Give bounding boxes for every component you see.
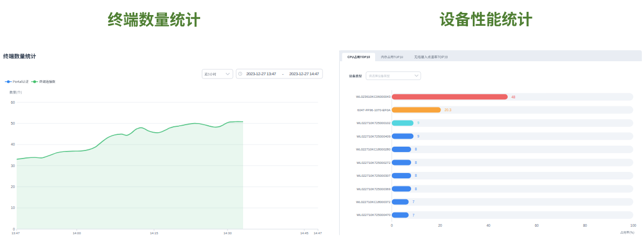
svg-text:WL022710KC18000372: WL022710KC18000372: [356, 200, 391, 204]
svg-text:WL023610KC06000043: WL023610KC06000043: [356, 95, 391, 98]
svg-text:14:45: 14:45: [300, 232, 309, 235]
svg-text:14:15: 14:15: [150, 232, 158, 235]
svg-text:30: 30: [11, 164, 15, 168]
svg-text:8: 8: [415, 187, 417, 191]
svg-text:2023-12-27 14:47: 2023-12-27 14:47: [289, 71, 319, 76]
svg-text:13:47: 13:47: [11, 232, 20, 235]
svg-text:40: 40: [486, 224, 491, 227]
svg-text:20.3: 20.3: [444, 108, 451, 112]
svg-text:7: 7: [413, 213, 415, 217]
svg-text:7: 7: [413, 200, 415, 204]
svg-text:14:30: 14:30: [223, 232, 232, 235]
svg-text:6047-FF96-1070-EF0A: 6047-FF96-1070-EF0A: [357, 109, 391, 112]
svg-text:10: 10: [11, 206, 15, 210]
svg-text:50: 50: [11, 121, 15, 125]
svg-text:WL022710K725000470: WL022710K725000470: [356, 213, 391, 217]
svg-text:2023-12-27 13:47: 2023-12-27 13:47: [246, 71, 276, 76]
svg-text:WL022710KC18000280: WL022710KC18000280: [356, 148, 391, 151]
svg-text:WL022710K725000307: WL022710K725000307: [356, 174, 391, 177]
svg-text:8: 8: [415, 147, 417, 151]
svg-text:20: 20: [11, 185, 15, 189]
svg-text:60: 60: [535, 224, 539, 227]
svg-text:40: 40: [11, 142, 15, 146]
svg-text:8: 8: [415, 174, 417, 177]
svg-text:WL022710K725000409: WL022710K725000409: [356, 135, 391, 138]
svg-text:48: 48: [511, 95, 516, 99]
svg-text:WL022710K725000102: WL022710K725000102: [356, 121, 391, 125]
svg-text:9: 9: [418, 134, 420, 138]
svg-text:100: 100: [631, 224, 636, 227]
svg-text:60: 60: [11, 100, 15, 104]
svg-text:0: 0: [13, 227, 15, 231]
svg-text:-: -: [282, 71, 284, 76]
svg-text:WL022710K725000369: WL022710K725000369: [356, 188, 391, 191]
svg-text:8: 8: [415, 161, 417, 164]
svg-text:14:47: 14:47: [313, 232, 322, 235]
svg-text:20: 20: [438, 224, 442, 227]
svg-text:9: 9: [418, 121, 420, 125]
svg-text:0: 0: [391, 224, 393, 227]
svg-text:80: 80: [583, 224, 587, 227]
svg-text:14:00: 14:00: [72, 232, 81, 235]
svg-text:WL022710K725000272: WL022710K725000272: [356, 161, 391, 164]
